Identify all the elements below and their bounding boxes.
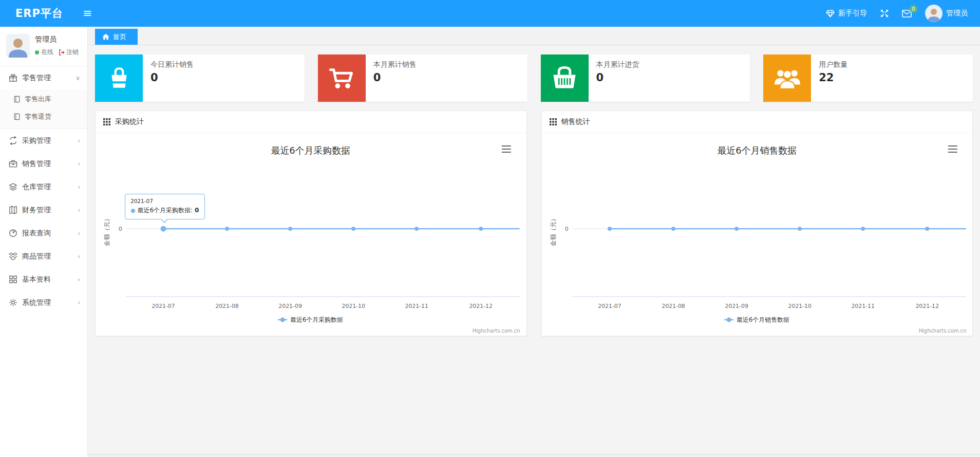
sidebar-item-reports[interactable]: 报表查询 ‹	[0, 222, 87, 245]
stat-label: 用户数量	[819, 60, 847, 69]
stat-card-today-sales: 今日累计销售 0	[95, 54, 305, 102]
stat-label: 本月累计进货	[596, 60, 639, 69]
layers-icon	[9, 182, 17, 191]
stat-label: 今日累计销售	[150, 60, 194, 69]
th-grid-icon	[103, 118, 110, 125]
tooltip-header: 2021-07	[130, 198, 199, 204]
sidebar-username: 管理员	[35, 35, 79, 44]
refresh-icon	[9, 136, 17, 145]
tab-bar: 首页	[88, 27, 980, 45]
username-label: 管理员	[946, 9, 968, 18]
chart-credits: Highcharts.com.cn	[918, 328, 966, 334]
book-icon	[9, 206, 17, 214]
x-tick-label: 2021-10	[788, 303, 812, 309]
sales-stats-panel: 销售统计 最近6个月销售数据 金额（元） 0	[541, 111, 973, 336]
avatar	[925, 5, 943, 22]
tooltip-series-label: 最近6个月采购数据:	[137, 207, 193, 214]
fullscreen-button[interactable]	[880, 9, 889, 17]
sidebar-item-retail-return[interactable]: 零售退货	[0, 108, 87, 125]
tab-home[interactable]: 首页	[95, 29, 138, 45]
chart-context-menu-button[interactable]	[502, 146, 511, 152]
messages-button[interactable]: 0	[902, 10, 912, 17]
tab-home-label: 首页	[113, 32, 126, 42]
online-dot-icon	[35, 50, 39, 54]
sidebar-item-label: 零售管理	[22, 74, 51, 83]
sidebar-item-label: 财务管理	[22, 206, 51, 215]
sidebar: 管理员 在线 注销 零售管理 ∨ 零售出库 零售退货	[0, 27, 88, 457]
retail-submenu: 零售出库 零售退货	[0, 89, 87, 129]
chevron-left-icon: ‹	[78, 137, 80, 144]
stat-value: 0	[373, 71, 417, 84]
x-tick-label: 2021-10	[342, 303, 365, 309]
sales-chart: 最近6个月销售数据 金额（元） 0 2021-07 2021-08	[542, 133, 973, 336]
sidebar-item-retail[interactable]: 零售管理 ∨	[0, 66, 87, 89]
y-axis-title: 金额（元）	[103, 215, 110, 247]
purchase-chart: 最近6个月采购数据 金额（元） 0 2021-07 2021-08	[96, 133, 526, 336]
sign-out-icon	[59, 49, 65, 56]
newbie-guide-label: 新手引导	[838, 9, 867, 18]
stat-value: 0	[596, 71, 639, 84]
x-tick-label: 2021-11	[851, 303, 875, 309]
home-icon	[102, 33, 109, 40]
legend-item[interactable]: 最近6个月采购数据	[278, 316, 343, 323]
chevron-left-icon: ‹	[78, 276, 80, 283]
sidebar-item-label: 报表查询	[22, 229, 51, 238]
sidebar-item-label: 销售管理	[22, 159, 51, 169]
sidebar-item-warehouse[interactable]: 仓库管理 ‹	[0, 175, 87, 198]
sidebar-item-retail-outbound[interactable]: 零售出库	[0, 90, 87, 108]
tooltip-value: 0	[195, 207, 199, 214]
x-tick-label: 2021-07	[598, 303, 621, 309]
pie-chart-icon	[9, 229, 17, 237]
x-tick-label: 2021-12	[915, 303, 939, 309]
stat-card-month-sales: 本月累计销售 0	[318, 54, 527, 102]
sidebar-item-label: 采购管理	[22, 136, 51, 145]
box-icon	[9, 252, 17, 261]
y-axis-title: 金额（元）	[549, 215, 556, 247]
briefcase-icon	[9, 159, 17, 168]
file-icon	[13, 96, 21, 103]
sidebar-item-label: 仓库管理	[22, 182, 51, 192]
stat-value: 22	[819, 71, 847, 84]
sidebar-item-products[interactable]: 商品管理 ‹	[0, 245, 87, 268]
x-tick-label: 2021-09	[278, 303, 302, 309]
gift-icon	[9, 74, 17, 82]
gear-icon	[9, 298, 17, 307]
sidebar-item-finance[interactable]: 财务管理 ‹	[0, 198, 87, 222]
logout-link[interactable]: 注销	[59, 48, 79, 57]
gem-icon	[826, 10, 835, 17]
grid-icon	[9, 275, 17, 284]
chart-panels-row: 采购统计 最近6个月采购数据 金额（元） 0	[95, 111, 973, 336]
menu-icon[interactable]: ≡	[83, 8, 92, 19]
panel-title: 采购统计	[115, 117, 144, 126]
sidebar-item-sales[interactable]: 销售管理 ‹	[0, 152, 87, 175]
stat-card-user-count: 用户数量 22	[763, 54, 973, 102]
x-tick-label: 2021-08	[215, 303, 239, 309]
chart-tooltip: 2021-07 ● 最近6个月采购数据: 0	[125, 194, 205, 220]
stat-label: 本月累计销售	[373, 60, 417, 69]
chevron-left-icon: ‹	[78, 230, 80, 237]
newbie-guide-button[interactable]: 新手引导	[826, 9, 867, 18]
sidebar-item-system[interactable]: 系统管理 ‹	[0, 291, 87, 314]
sidebar-item-purchase[interactable]: 采购管理 ‹	[0, 129, 87, 152]
chevron-left-icon: ‹	[78, 299, 80, 306]
message-count-badge: 0	[910, 5, 917, 13]
sidebar-item-label: 商品管理	[22, 252, 51, 261]
cart-icon	[318, 54, 366, 102]
purchase-stats-panel: 采购统计 最近6个月采购数据 金额（元） 0	[95, 111, 527, 336]
sidebar-menu: 零售管理 ∨ 零售出库 零售退货 采购管理 ‹ 销售管理 ‹ 仓库管理	[0, 66, 87, 314]
chart-title: 最近6个月采购数据	[271, 145, 350, 156]
x-tick-label: 2021-09	[725, 303, 748, 309]
sidebar-item-basic-data[interactable]: 基本资料 ‹	[0, 268, 87, 291]
chart-context-menu-button[interactable]	[948, 146, 957, 152]
user-menu[interactable]: 管理员	[925, 5, 968, 22]
legend-label: 最近6个月采购数据	[290, 316, 343, 323]
sidebar-item-label: 系统管理	[22, 298, 51, 307]
stat-card-month-purchase: 本月累计进货 0	[541, 54, 750, 102]
panel-title: 销售统计	[561, 117, 590, 126]
y-tick-label: 0	[119, 226, 122, 232]
legend-item[interactable]: 最近6个月销售数据	[724, 316, 789, 323]
chevron-left-icon: ‹	[78, 184, 80, 191]
chevron-left-icon: ‹	[78, 160, 80, 168]
chevron-left-icon: ‹	[78, 253, 80, 260]
x-tick-label: 2021-11	[405, 303, 428, 309]
